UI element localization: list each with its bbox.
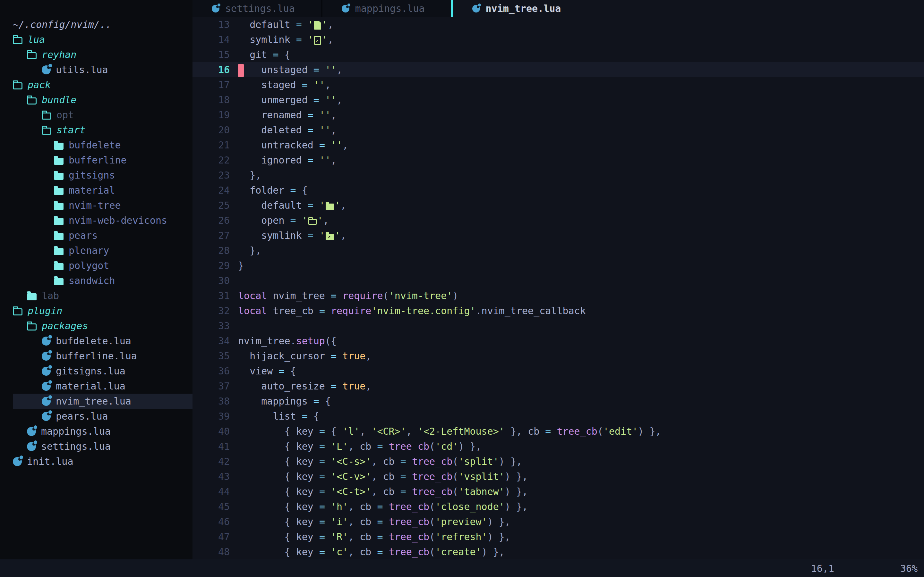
editor-buffer[interactable]: 13 default = '',14 symlink = '',15 git =… [192,17,924,559]
indent-spacer [13,55,27,55]
tab-nvim-tree-lua[interactable]: nvim_tree.lua [453,0,588,17]
code-line[interactable]: 21 untracked = '', [192,137,924,153]
tree-item-label: utils.lua [56,64,108,75]
code-line[interactable]: 22 ignored = '', [192,153,924,168]
folder-solid-icon [54,188,63,195]
code-line[interactable]: 32local tree_cb = require'nvim-tree.conf… [192,303,924,318]
folder-outline-icon [42,113,51,119]
tree-item-bufdelete[interactable]: bufdelete [13,137,192,153]
tree-item-mappings-lua[interactable]: mappings.lua [13,424,192,439]
tree-item-nvim-tree[interactable]: nvim-tree [13,198,192,213]
code-line[interactable]: 17 staged = '', [192,77,924,92]
tree-item-plenary[interactable]: plenary [13,243,192,258]
indent-spacer [13,386,42,386]
code-line[interactable]: 43 { key = '<C-v>', cb = tree_cb('vsplit… [192,469,924,484]
tree-item-gitsigns-lua[interactable]: gitsigns.lua [13,364,192,379]
code-area: 13 default = '',14 symlink = '',15 git =… [192,17,924,559]
indent-spacer [13,295,27,296]
folder-solid-icon [54,263,63,270]
tree-item-start[interactable]: start [13,122,192,137]
tree-item-settings-lua[interactable]: settings.lua [13,439,192,454]
line-number: 39 [192,409,230,424]
code-line[interactable]: 30 [192,273,924,288]
code-line[interactable]: 48 { key = 'c', cb = tree_cb('create') }… [192,544,924,559]
tree-item-label: plenary [69,245,109,256]
code-line[interactable]: 39 list = { [192,409,924,424]
code-line[interactable]: 18 unmerged = '', [192,92,924,107]
code-line[interactable]: 29} [192,258,924,273]
tree-item-packages[interactable]: packages [13,318,192,334]
indent-spacer [13,220,54,221]
line-number: 15 [192,47,230,62]
tree-item-material[interactable]: material [13,183,192,198]
code-line[interactable]: 23 }, [192,168,924,183]
file-tree: ~/.config/nvim/..luareyhanutils.luapackb… [0,17,192,469]
tab-settings-lua[interactable]: settings.lua [192,0,321,17]
code-text: auto_resize = true, [230,379,371,394]
code-line[interactable]: 47 { key = 'R', cb = tree_cb('refresh') … [192,529,924,544]
code-line[interactable]: 44 { key = '<C-t>', cb = tree_cb('tabnew… [192,484,924,499]
tree-item-reyhan[interactable]: reyhan [13,47,192,62]
tree-item-polygot[interactable]: polygot [13,258,192,273]
code-line[interactable]: 35 hijack_cursor = true, [192,348,924,364]
code-text: unmerged = '', [230,92,342,107]
tree-item-bufferline-lua[interactable]: bufferline.lua [13,348,192,364]
code-line[interactable]: 37 auto_resize = true, [192,379,924,394]
code-line[interactable]: 26 open = '', [192,213,924,228]
line-number: 27 [192,228,230,243]
line-number: 30 [192,273,230,288]
code-line[interactable]: 16 unstaged = '', [192,62,924,77]
code-line[interactable]: 33 [192,318,924,334]
tree-item-bundle[interactable]: bundle [13,92,192,107]
indent-spacer [13,401,42,401]
code-line[interactable]: 25 default = '', [192,198,924,213]
code-line[interactable]: 14 symlink = '', [192,32,924,47]
tree-item-opt[interactable]: opt [13,107,192,122]
tree-item-init-lua[interactable]: init.lua [13,454,192,469]
code-line[interactable]: 15 git = { [192,47,924,62]
code-line[interactable]: 28 }, [192,243,924,258]
code-line[interactable]: 41 { key = 'L', cb = tree_cb('cd') }, [192,439,924,454]
code-line[interactable]: 13 default = '', [192,17,924,32]
tree-item-utils-lua[interactable]: utils.lua [13,62,192,77]
tab-mappings-lua[interactable]: mappings.lua [322,0,451,17]
line-number: 40 [192,424,230,439]
code-line[interactable]: 34nvim_tree.setup({ [192,334,924,348]
tree-item-gitsigns[interactable]: gitsigns [13,168,192,183]
tree-item-lua[interactable]: lua [13,32,192,47]
tree-item-nvim-web-devicons[interactable]: nvim-web-devicons [13,213,192,228]
tree-item-lab[interactable]: lab [13,288,192,303]
lua-icon [27,427,36,436]
lua-icon [13,457,22,466]
code-line[interactable]: 38 mappings = { [192,394,924,409]
tree-item-sandwich[interactable]: sandwich [13,273,192,288]
tree-item-material-lua[interactable]: material.lua [13,379,192,394]
code-text [230,318,238,334]
tree-item-pears-lua[interactable]: pears.lua [13,409,192,424]
tree-item-pack[interactable]: pack [13,77,192,92]
code-line[interactable]: 40 { key = { 'l', '<CR>', '<2-LeftMouse>… [192,424,924,439]
code-line[interactable]: 24 folder = { [192,183,924,198]
code-line[interactable]: 27 symlink = '', [192,228,924,243]
folder-solid-icon [54,173,63,180]
code-line[interactable]: 20 deleted = '', [192,122,924,137]
tab-label: nvim_tree.lua [486,3,561,14]
tree-item-label: reyhan [42,49,76,60]
lua-icon [42,367,51,376]
tree-item-bufferline[interactable]: bufferline [13,153,192,168]
tree-item-config-nvim[interactable]: ~/.config/nvim/.. [13,17,192,32]
code-line[interactable]: 31local nvim_tree = require('nvim-tree') [192,288,924,303]
code-line[interactable]: 36 view = { [192,364,924,379]
tree-item-nvim-tree-lua[interactable]: nvim_tree.lua [13,394,192,409]
code-line[interactable]: 42 { key = '<C-s>', cb = tree_cb('split'… [192,454,924,469]
tree-item-plugin[interactable]: plugin [13,303,192,318]
code-text: { key = 'c', cb = tree_cb('create') }, [230,544,505,559]
tree-item-bufdelete-lua[interactable]: bufdelete.lua [13,334,192,348]
code-line[interactable]: 45 { key = 'h', cb = tree_cb('close_node… [192,499,924,514]
tree-item-pears[interactable]: pears [13,228,192,243]
code-text: symlink = '', [230,228,346,243]
code-line[interactable]: 46 { key = 'i', cb = tree_cb('preview') … [192,514,924,529]
code-line[interactable]: 19 renamed = '', [192,107,924,122]
line-number: 35 [192,348,230,364]
folder-outline-icon [42,127,51,135]
